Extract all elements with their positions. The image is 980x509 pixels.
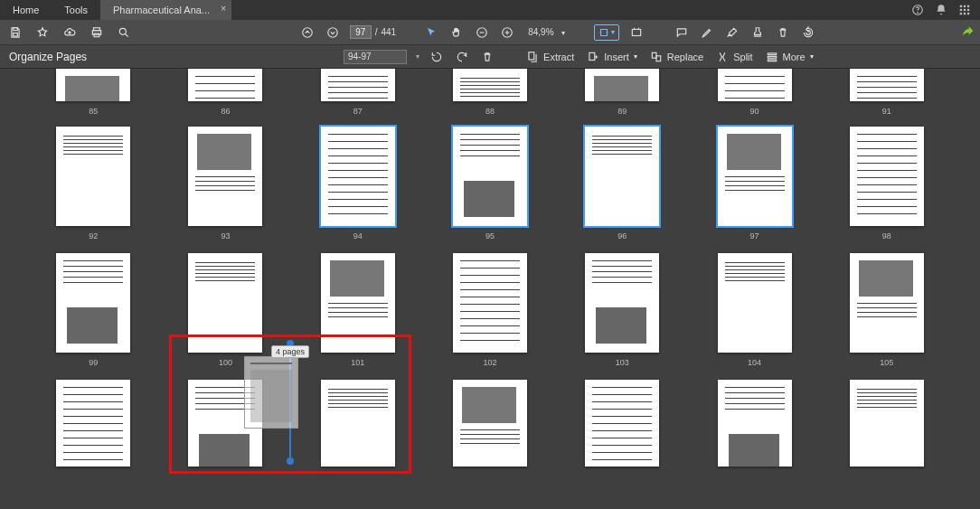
delete-pages-icon[interactable] <box>479 49 495 65</box>
svg-rect-10 <box>967 13 969 14</box>
fit-width-button[interactable]: ▾ <box>594 24 619 41</box>
thumb-cell[interactable] <box>562 380 682 467</box>
share-icon[interactable] <box>960 23 976 39</box>
save-icon[interactable] <box>7 24 24 41</box>
page-number-label: 91 <box>882 107 891 116</box>
svg-rect-12 <box>14 33 18 36</box>
stamp-icon[interactable] <box>749 24 766 41</box>
page-thumbnail[interactable] <box>718 127 792 226</box>
svg-rect-28 <box>768 56 776 58</box>
svg-rect-2 <box>960 5 962 7</box>
rotate-cw-icon[interactable] <box>454 49 470 65</box>
svg-rect-4 <box>967 5 969 7</box>
thumb-cell[interactable]: 90 <box>695 69 815 116</box>
thumb-cell[interactable] <box>827 380 947 467</box>
page-thumbnail[interactable] <box>453 69 527 101</box>
thumb-cell[interactable]: 89 <box>562 69 682 116</box>
thumb-cell[interactable] <box>695 380 815 467</box>
star-icon[interactable] <box>34 24 51 41</box>
page-down-icon[interactable] <box>325 24 341 41</box>
thumb-cell[interactable]: 98 <box>827 127 947 240</box>
page-current-input[interactable] <box>350 25 372 39</box>
thumb-cell[interactable]: 88 <box>430 69 550 116</box>
bell-icon[interactable] <box>935 4 947 16</box>
thumb-cell[interactable] <box>33 380 153 467</box>
rotate-icon[interactable] <box>800 24 816 41</box>
page-thumbnail[interactable] <box>453 253 527 353</box>
page-thumbnail[interactable] <box>453 127 527 226</box>
delete-icon[interactable] <box>775 24 791 41</box>
split-button[interactable]: Split <box>716 51 752 63</box>
tab-tools[interactable]: Tools <box>52 0 100 20</box>
comment-icon[interactable] <box>674 24 690 41</box>
thumb-cell[interactable]: 96 <box>562 127 682 240</box>
zoom-value[interactable]: 84,9% ▾ <box>524 27 569 37</box>
page-thumbnail[interactable] <box>56 127 130 226</box>
page-thumbnail[interactable] <box>56 69 130 101</box>
page-thumbnail[interactable] <box>585 69 659 101</box>
page-thumbnail[interactable] <box>585 127 659 226</box>
page-range-input[interactable] <box>344 50 407 64</box>
chevron-down-icon[interactable]: ▾ <box>416 52 419 61</box>
page-up-icon[interactable] <box>299 24 316 41</box>
thumb-cell[interactable]: 102 <box>430 253 550 367</box>
thumb-cell[interactable] <box>430 380 550 467</box>
thumb-cell[interactable]: 94 <box>298 127 418 240</box>
zoom-out-icon[interactable] <box>474 24 490 41</box>
cloud-upload-icon[interactable] <box>61 24 78 41</box>
page-thumbnail[interactable] <box>850 253 924 353</box>
page-thumbnail[interactable] <box>850 127 924 226</box>
zoom-in-icon[interactable] <box>499 24 515 41</box>
sign-icon[interactable] <box>724 24 740 41</box>
svg-point-17 <box>302 27 312 37</box>
thumb-cell[interactable]: 104 <box>695 253 815 367</box>
page-thumbnail[interactable] <box>453 380 527 467</box>
page-thumbnail[interactable] <box>56 380 130 467</box>
page-thumbnail[interactable] <box>321 69 395 101</box>
thumbnail-area[interactable]: 85868788899091 92939495969798 9910010110… <box>0 69 980 509</box>
apps-grid-icon[interactable] <box>958 4 971 16</box>
thumb-cell[interactable]: 92 <box>33 127 153 240</box>
search-icon[interactable] <box>116 24 132 41</box>
thumb-cell[interactable]: 103 <box>562 253 682 367</box>
thumb-cell[interactable]: 95 <box>430 127 550 240</box>
svg-point-16 <box>119 28 126 34</box>
thumb-cell[interactable]: 99 <box>33 253 153 367</box>
toolbar-center: / 441 84,9% ▾ ▾ <box>299 24 817 41</box>
replace-button[interactable]: Replace <box>650 51 703 63</box>
page-thumbnail[interactable] <box>718 69 792 101</box>
thumb-cell[interactable]: 85 <box>33 69 153 116</box>
tab-document[interactable]: Pharmaceutical Ana... × <box>100 0 231 20</box>
thumb-cell[interactable]: 86 <box>165 69 285 116</box>
insert-button[interactable]: Insert ▾ <box>587 51 637 63</box>
page-thumbnail[interactable] <box>718 380 792 467</box>
page-thumbnail[interactable] <box>321 127 395 226</box>
page-thumbnail[interactable] <box>585 380 659 467</box>
page-thumbnail[interactable] <box>850 69 924 101</box>
thumb-cell[interactable]: 87 <box>298 69 418 116</box>
cursor-icon[interactable] <box>423 24 439 41</box>
thumb-cell[interactable]: 93 <box>165 127 285 240</box>
page-thumbnail[interactable] <box>718 253 792 353</box>
thumb-cell[interactable]: 91 <box>827 69 947 116</box>
split-label: Split <box>733 52 752 62</box>
help-icon[interactable] <box>911 4 924 16</box>
rotate-ccw-icon[interactable] <box>429 49 445 65</box>
page-thumbnail[interactable] <box>56 253 130 353</box>
thumb-cell[interactable]: 97 <box>695 127 815 240</box>
read-mode-icon[interactable] <box>628 24 645 41</box>
thumb-cell[interactable]: 105 <box>827 253 947 367</box>
hand-icon[interactable] <box>448 24 465 41</box>
extract-button[interactable]: Extract <box>526 51 574 63</box>
tab-close-icon[interactable]: × <box>221 4 226 14</box>
page-thumbnail[interactable] <box>850 380 924 467</box>
page-number-label: 97 <box>750 231 759 240</box>
page-thumbnail[interactable] <box>188 127 262 226</box>
title-tabbar: Home Tools Pharmaceutical Ana... × <box>0 0 980 20</box>
more-button[interactable]: More ▾ <box>766 51 814 63</box>
tab-home[interactable]: Home <box>0 0 52 20</box>
page-thumbnail[interactable] <box>188 69 262 101</box>
print-icon[interactable] <box>89 24 105 41</box>
highlight-icon[interactable] <box>699 24 715 41</box>
page-thumbnail[interactable] <box>585 253 659 353</box>
